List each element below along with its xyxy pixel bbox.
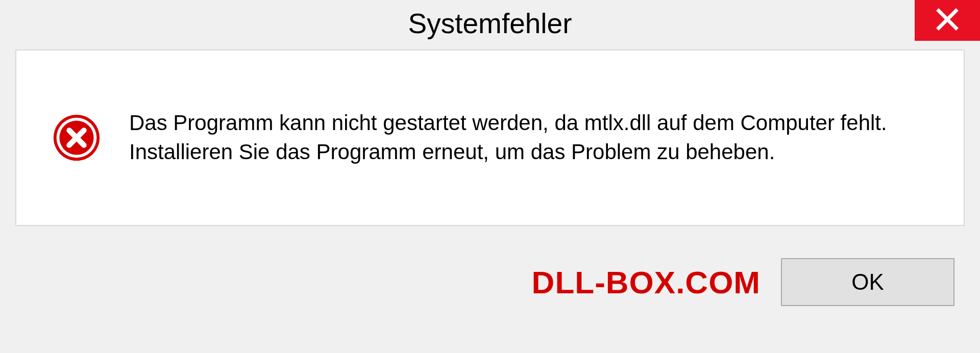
watermark-text: DLL-BOX.COM [532, 264, 761, 300]
titlebar: Systemfehler [0, 0, 980, 47]
error-message: Das Programm kann nicht gestartet werden… [129, 109, 928, 166]
ok-button[interactable]: OK [781, 258, 954, 306]
close-button[interactable] [915, 0, 980, 41]
error-icon [52, 113, 101, 162]
dialog-footer: DLL-BOX.COM OK [0, 241, 980, 323]
ok-button-label: OK [851, 269, 884, 295]
close-icon [936, 8, 959, 33]
dialog-title: Systemfehler [408, 7, 572, 40]
content-panel: Das Programm kann nicht gestartet werden… [15, 49, 965, 226]
error-dialog: Systemfehler Das Programm kann nicht ges… [0, 0, 980, 353]
